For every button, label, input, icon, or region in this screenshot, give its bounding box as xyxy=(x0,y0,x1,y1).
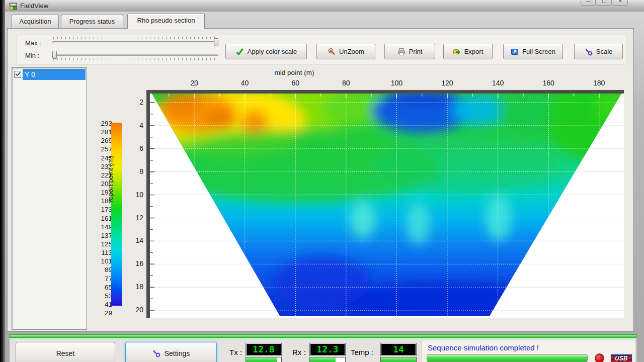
y-axis-ticks: 2468101214161820 xyxy=(126,91,143,322)
reset-button[interactable]: Reset xyxy=(16,342,115,362)
screen-icon xyxy=(511,48,519,56)
min-slider-label: Min : xyxy=(25,52,39,59)
colorbar-value: 161 xyxy=(82,214,112,223)
minimize-button[interactable]: — xyxy=(581,0,596,6)
record-led-icon[interactable] xyxy=(595,353,604,362)
tx-value-display: 12.8 xyxy=(246,343,282,356)
colorbar-value: 65 xyxy=(82,283,112,292)
max-slider-label: Max : xyxy=(25,39,41,47)
rx-progress-bar xyxy=(309,357,346,362)
y-tick-label: 4 xyxy=(126,114,143,137)
temp-progress-bar xyxy=(380,357,417,362)
export-icon xyxy=(453,48,461,56)
y-tick-label: 12 xyxy=(126,207,143,230)
x-tick-label: 120 xyxy=(422,79,473,87)
title-bar[interactable]: FieldView — ▢ ✕ xyxy=(5,0,644,12)
sequence-progress-fill xyxy=(427,355,587,361)
y-tick-label: 10 xyxy=(126,184,143,207)
window-title: FieldView xyxy=(20,2,48,10)
colorbar-value: 101 xyxy=(82,257,112,265)
settings-button[interactable]: Settings xyxy=(125,342,217,362)
min-slider-thumb[interactable] xyxy=(52,51,57,59)
colorbar-gradient xyxy=(111,123,122,306)
colorbar-value: 77 xyxy=(82,275,112,283)
layer-list[interactable]: Y 0 xyxy=(12,67,87,330)
settings-wrench-icon xyxy=(152,349,160,357)
temp-value-display: 14 xyxy=(380,343,417,356)
y-axis-title: report point (m) xyxy=(107,195,114,203)
temp-label: Temp : xyxy=(351,348,373,356)
y-tick-label: 16 xyxy=(126,252,143,276)
scale-button[interactable]: Scale xyxy=(574,44,623,59)
colorbar-value: 293 xyxy=(82,119,112,128)
status-panel: Sequence simulation completed ! USB xyxy=(421,340,635,362)
colorbar-value: 29 xyxy=(82,309,112,317)
wrench-icon xyxy=(585,48,593,56)
x-tick-label: 100 xyxy=(371,79,422,87)
rx-label: Rx : xyxy=(292,348,306,356)
apply-color-scale-button[interactable]: Apply color scale xyxy=(225,44,307,59)
close-button[interactable]: ✕ xyxy=(613,0,628,6)
min-slider[interactable] xyxy=(52,52,218,57)
rx-progress-fill xyxy=(310,357,336,362)
tab-acquisition[interactable]: Acquisition xyxy=(12,15,59,28)
x-tick-label: 140 xyxy=(472,79,523,87)
colorbar-value: 89 xyxy=(82,265,112,274)
max-slider-thumb[interactable] xyxy=(214,38,218,46)
tab-rho-pseudo-section[interactable]: Rho pseudo section xyxy=(127,14,205,29)
screen-left-edge xyxy=(0,0,5,362)
acquisition-progress-strip xyxy=(10,334,636,338)
colorbar-value: 41 xyxy=(82,300,112,309)
tx-label: Tx : xyxy=(229,348,242,356)
x-tick-label: 80 xyxy=(320,79,371,87)
max-slider-ticks xyxy=(53,37,217,39)
full-screen-button[interactable]: Full Screen xyxy=(503,44,563,59)
y-tick-label: 20 xyxy=(126,299,143,322)
y-tick-label: 8 xyxy=(126,160,143,184)
pseudo-section-canvas xyxy=(146,90,624,318)
layer-checkbox[interactable] xyxy=(14,71,21,78)
pseudo-section-plot[interactable] xyxy=(146,90,624,318)
tab-progress-status[interactable]: Progress status xyxy=(61,15,123,28)
tab-page: Max : Min : Apply color scale xyxy=(7,28,634,332)
x-axis-ticks: 20406080100120140160180 xyxy=(169,79,625,89)
temp-progress-fill xyxy=(381,357,416,362)
tx-progress-fill xyxy=(246,357,277,362)
rx-value-display: 12.3 xyxy=(309,343,346,356)
x-tick-label: 180 xyxy=(574,79,624,87)
colorbar-value: 281 xyxy=(82,128,112,136)
printer-icon xyxy=(397,48,406,56)
max-slider-track[interactable] xyxy=(52,41,218,43)
tab-strip: Acquisition Progress status Rho pseudo s… xyxy=(9,14,634,29)
app-icon xyxy=(9,2,17,10)
colorbar-value: 125 xyxy=(82,240,112,248)
x-tick-label: 160 xyxy=(523,79,574,87)
x-tick-label: 60 xyxy=(270,79,321,87)
colorbar-value: 257 xyxy=(82,145,112,153)
top-axis-bar xyxy=(146,90,624,94)
left-axis-bar xyxy=(146,90,150,318)
usb-disconnected-icon: USB xyxy=(610,353,633,362)
max-slider[interactable] xyxy=(52,40,218,45)
colorbar-value: 53 xyxy=(82,292,112,300)
unzoom-button[interactable]: UnZoom xyxy=(316,44,375,59)
colorbar-labels: 2932812692572452332212091971851731611491… xyxy=(82,119,112,317)
maximize-button[interactable]: ▢ xyxy=(597,0,612,6)
colorbar-value: 173 xyxy=(82,205,112,214)
sequence-progress-bar xyxy=(427,354,588,362)
window-controls: — ▢ ✕ xyxy=(581,0,628,6)
y-tick-label: 18 xyxy=(126,276,143,299)
magnifier-icon xyxy=(328,48,336,56)
y-tick-label: 14 xyxy=(126,229,143,252)
x-tick-label: 40 xyxy=(219,79,270,87)
y-tick-label: 6 xyxy=(126,137,143,160)
colorbar-value: 137 xyxy=(82,231,112,240)
colorbar-value: 269 xyxy=(82,136,112,145)
min-slider-track[interactable] xyxy=(52,54,218,56)
tx-progress-bar xyxy=(246,357,282,362)
status-message: Sequence simulation completed ! xyxy=(428,343,539,352)
print-button[interactable]: Print xyxy=(384,44,435,59)
export-button[interactable]: Export xyxy=(443,44,493,59)
layer-item-y0[interactable]: Y 0 xyxy=(13,69,86,80)
check-icon xyxy=(235,48,244,56)
